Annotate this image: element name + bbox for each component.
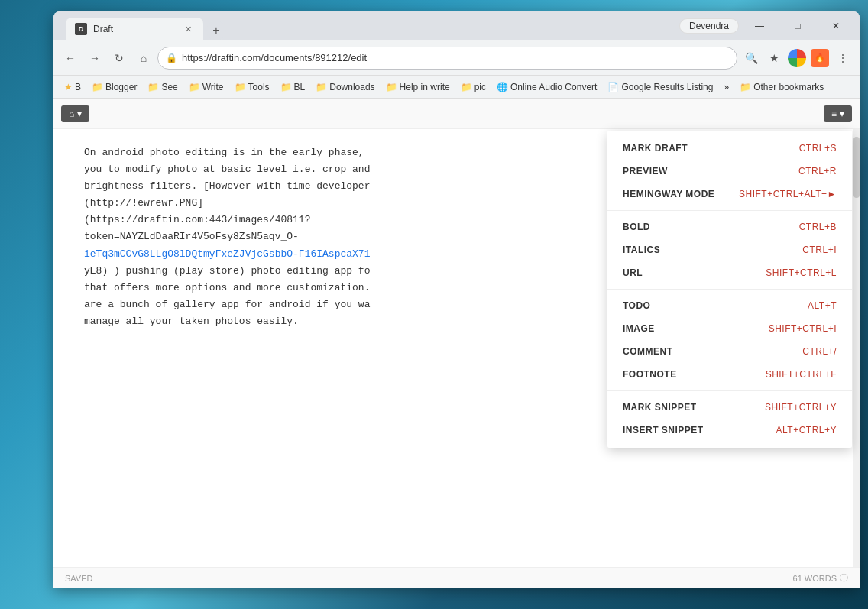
chrome-icon: [788, 49, 806, 67]
hamburger-icon: ≡: [831, 109, 837, 119]
menu-item-preview[interactable]: PREVIEW CTRL+R: [607, 160, 852, 183]
refresh-button[interactable]: ↻: [108, 47, 130, 69]
bookmark-label: Downloads: [329, 82, 374, 92]
menu-item-url-label: URL: [623, 267, 643, 278]
folder-icon: 📁: [461, 82, 472, 92]
word-count-text: 61 WORDS: [793, 574, 837, 583]
menu-divider-1: [607, 210, 852, 211]
menu-item-image-shortcut: SHIFT+CTRL+I: [769, 323, 837, 334]
menu-item-bold[interactable]: BOLD CTRL+B: [607, 215, 852, 238]
bookmark-online-audio[interactable]: 🌐 Online Audio Convert: [492, 80, 601, 94]
folder-icon: 📁: [235, 82, 246, 92]
menu-item-italics[interactable]: ITALICS CTRL+I: [607, 238, 852, 261]
minimize-button[interactable]: —: [742, 15, 777, 37]
scroll-bar[interactable]: [853, 129, 860, 567]
menu-item-mark-draft-shortcut: CTRL+S: [799, 143, 837, 154]
star-icon: ★: [64, 82, 73, 92]
close-button[interactable]: ✕: [818, 15, 853, 37]
menu-item-todo[interactable]: TODO ALT+T: [607, 294, 852, 317]
menu-item-bold-label: BOLD: [623, 222, 650, 232]
menu-item-insert-snippet-label: INSERT SNIPPET: [623, 425, 704, 436]
navigation-toolbar: ← → ↻ ⌂ 🔒 https://draftin.com/documents/…: [53, 40, 860, 76]
bookmark-label: Online Audio Convert: [510, 82, 597, 92]
bookmark-pic[interactable]: 📁 pic: [456, 80, 491, 94]
menu-item-mark-snippet-label: MARK SNIPPET: [623, 402, 697, 413]
extension-icon[interactable]: 🔥: [811, 49, 829, 67]
editor-toolbar: ⌂ ▾ ≡ ▾: [53, 99, 860, 129]
bookmark-label: B: [75, 82, 81, 92]
menu-item-hemingway[interactable]: HEMINGWAY MODE SHIFT+CTRL+ALT+►: [607, 183, 852, 206]
folder-icon: 📁: [740, 82, 751, 92]
bookmark-tools[interactable]: 📁 Tools: [230, 80, 274, 94]
menu-item-mark-snippet[interactable]: MARK SNIPPET SHIFT+CTRL+Y: [607, 396, 852, 419]
maximize-button[interactable]: □: [780, 15, 815, 37]
bookmark-see[interactable]: 📁 See: [143, 80, 182, 94]
menu-item-url-shortcut: SHIFT+CTRL+L: [766, 267, 837, 278]
bookmark-label: Write: [202, 82, 224, 92]
folder-icon: 📁: [92, 82, 103, 92]
menu-item-footnote-shortcut: SHIFT+CTRL+F: [766, 369, 837, 380]
folder-icon: 📁: [386, 82, 397, 92]
page-icon: 📄: [607, 82, 619, 92]
active-tab[interactable]: D Draft ✕: [66, 18, 203, 40]
menu-item-insert-snippet[interactable]: INSERT SNIPPET ALT+CTRL+Y: [607, 419, 852, 442]
menu-item-todo-label: TODO: [623, 300, 650, 311]
new-tab-button[interactable]: +: [206, 21, 226, 40]
bookmark-label: Other bookmarks: [753, 82, 824, 92]
content-area: ⌂ ▾ ≡ ▾ On android photo editing is in t…: [53, 99, 860, 588]
menu-item-italics-shortcut: CTRL+I: [802, 245, 837, 255]
window-controls: — □ ✕: [742, 15, 853, 37]
menu-item-insert-snippet-shortcut: ALT+CTRL+Y: [776, 425, 837, 436]
scroll-thumb[interactable]: [853, 137, 860, 198]
menu-item-mark-draft[interactable]: MARK DRAFT CTRL+S: [607, 137, 852, 160]
menu-item-todo-shortcut: ALT+T: [808, 300, 837, 311]
editor-menu-button[interactable]: ≡ ▾: [824, 105, 852, 122]
editor-home-button[interactable]: ⌂ ▾: [61, 105, 89, 122]
menu-item-hemingway-label: HEMINGWAY MODE: [623, 189, 714, 199]
bookmark-help-in-write[interactable]: 📁 Help in write: [381, 80, 455, 94]
bookmark-star-button[interactable]: ★: [763, 47, 785, 69]
secure-lock-icon: 🔒: [166, 53, 177, 63]
status-bar: SAVED 61 WORDS ⓘ: [53, 567, 860, 588]
bookmark-write[interactable]: 📁 Write: [184, 80, 228, 94]
tab-favicon: D: [75, 23, 87, 35]
bookmarks-bar: ★ B 📁 Blogger 📁 See 📁 Write 📁 Tools 📁 BL…: [53, 76, 860, 99]
folder-icon: 📁: [147, 82, 159, 92]
search-button[interactable]: 🔍: [740, 47, 762, 69]
toolbar-icons: 🔍 ★ 🔥 ⋮: [740, 47, 853, 69]
bookmark-label: pic: [474, 82, 486, 92]
menu-item-comment[interactable]: COMMENT CTRL+/: [607, 340, 852, 363]
menu-item-italics-label: ITALICS: [623, 245, 660, 255]
bookmark-downloads[interactable]: 📁 Downloads: [311, 80, 379, 94]
bookmark-b[interactable]: ★ B: [60, 80, 86, 94]
menu-item-comment-label: COMMENT: [623, 346, 673, 357]
menu-button[interactable]: ⋮: [832, 47, 853, 69]
bookmark-google-results[interactable]: 📄 Google Results Listing: [603, 80, 717, 94]
editor-dropdown-menu: MARK DRAFT CTRL+S PREVIEW CTRL+R HEMINGW…: [607, 131, 852, 448]
home-dropdown-icon: ▾: [77, 109, 82, 119]
bookmark-blogger[interactable]: 📁 Blogger: [87, 80, 141, 94]
menu-item-footnote[interactable]: FOOTNOTE SHIFT+CTRL+F: [607, 363, 852, 386]
bookmark-other[interactable]: 📁 Other bookmarks: [735, 80, 828, 94]
menu-item-image[interactable]: IMAGE SHIFT+CTRL+I: [607, 317, 852, 340]
back-button[interactable]: ←: [60, 47, 81, 69]
globe-icon: 🌐: [497, 82, 508, 92]
user-profile[interactable]: Devendra: [679, 18, 739, 34]
bookmark-label: Tools: [248, 82, 270, 92]
info-icon: ⓘ: [840, 572, 848, 584]
bookmark-bl[interactable]: 📁 BL: [276, 80, 310, 94]
address-bar[interactable]: 🔒 https://draftin.com/documents/891212/e…: [157, 47, 737, 70]
menu-item-mark-snippet-shortcut: SHIFT+CTRL+Y: [765, 402, 837, 413]
tab-title: Draft: [93, 24, 113, 34]
home-button[interactable]: ⌂: [133, 47, 154, 69]
folder-icon: 📁: [280, 82, 292, 92]
url-text: https://draftin.com/documents/891212/edi…: [182, 52, 729, 63]
bookmark-label: Help in write: [400, 82, 450, 92]
bookmark-more[interactable]: »: [719, 80, 734, 94]
menu-divider-3: [607, 390, 852, 391]
word-count: 61 WORDS ⓘ: [793, 572, 848, 584]
tab-close-button[interactable]: ✕: [182, 23, 194, 35]
menu-item-url[interactable]: URL SHIFT+CTRL+L: [607, 261, 852, 284]
forward-button[interactable]: →: [84, 47, 105, 69]
menu-item-image-label: IMAGE: [623, 323, 655, 334]
